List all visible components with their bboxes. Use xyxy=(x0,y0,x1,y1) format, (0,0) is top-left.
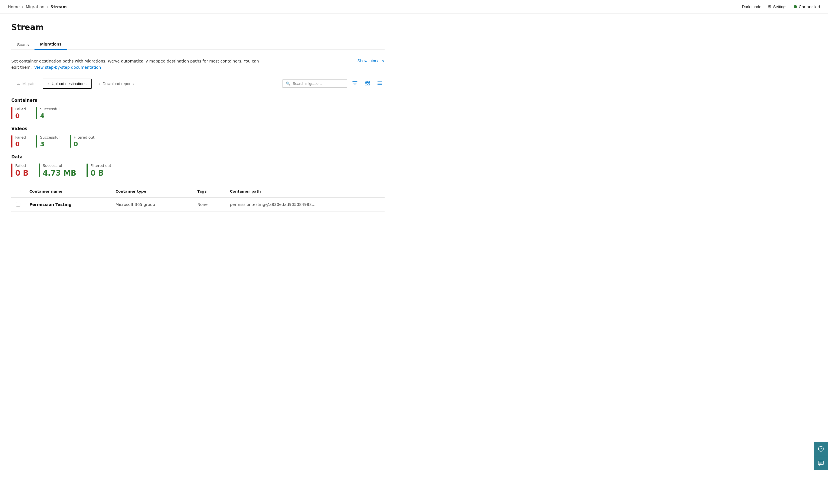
data-failed-content: Failed 0 B xyxy=(15,164,29,177)
videos-failed-content: Failed 0 xyxy=(15,135,26,148)
tab-migrations[interactable]: Migrations xyxy=(35,39,67,50)
settings-label: Settings xyxy=(773,4,788,9)
breadcrumb-current: Stream xyxy=(51,4,67,9)
data-successful-value: 4.73 MB xyxy=(43,169,76,177)
search-icon: 🔍 xyxy=(286,81,290,86)
videos-filtered-content: Filtered out 0 xyxy=(74,135,95,148)
migrate-button[interactable]: ☁ Migrate xyxy=(11,79,40,89)
data-stats-group: Data Failed 0 B Successful 4.73 MB xyxy=(11,155,384,177)
svg-rect-0 xyxy=(365,81,367,83)
row-select-cell xyxy=(11,198,25,212)
videos-failed-stat: Failed 0 xyxy=(11,135,26,148)
data-failed-value: 0 B xyxy=(15,169,29,177)
data-filtered-bar-icon xyxy=(87,164,88,177)
svg-rect-1 xyxy=(367,81,370,83)
container-path-header: Container path xyxy=(225,185,384,198)
data-successful-bar-icon xyxy=(39,164,40,177)
container-name-cell: Permission Testing xyxy=(25,198,111,212)
connected-dot-icon xyxy=(794,5,797,8)
videos-title: Videos xyxy=(11,126,384,131)
migrations-table: Container name Container type Tags Conta… xyxy=(11,185,384,212)
videos-filtered-bar-icon xyxy=(70,135,71,148)
settings-button[interactable]: ⚙ Settings xyxy=(768,4,788,9)
breadcrumb-migration[interactable]: Migration xyxy=(26,4,44,9)
show-tutorial-button[interactable]: Show tutorial ∨ xyxy=(358,58,384,63)
select-all-header xyxy=(11,185,25,198)
upload-destinations-button[interactable]: ↑ Upload destinations xyxy=(43,79,92,89)
successful-bar-icon xyxy=(36,107,37,119)
data-stats-row: Failed 0 B Successful 4.73 MB Filtered o… xyxy=(11,164,384,177)
show-tutorial-label: Show tutorial xyxy=(358,58,380,63)
svg-rect-2 xyxy=(365,84,367,85)
containers-stats-row: Failed 0 Successful 4 xyxy=(11,107,384,119)
containers-failed-stat: Failed 0 xyxy=(11,107,26,119)
containers-successful-content: Successful 4 xyxy=(40,107,60,119)
videos-successful-content: Successful 3 xyxy=(40,135,60,148)
data-successful-content: Successful 4.73 MB xyxy=(43,164,76,177)
videos-successful-bar-icon xyxy=(36,135,37,148)
data-filtered-value: 0 B xyxy=(90,169,112,177)
data-failed-label: Failed xyxy=(15,164,29,168)
videos-filtered-label: Filtered out xyxy=(74,135,95,139)
tabs-container: Scans Migrations xyxy=(11,39,384,50)
columns-button[interactable] xyxy=(375,79,384,88)
videos-failed-label: Failed xyxy=(15,135,26,139)
breadcrumb-sep-1: › xyxy=(22,4,24,9)
toolbar-right: 🔍 xyxy=(282,79,384,88)
connected-label: Connected xyxy=(799,4,820,9)
connected-badge: Connected xyxy=(794,4,820,9)
container-type-header: Container type xyxy=(111,185,193,198)
description-text: Set container destination paths with Mig… xyxy=(11,58,266,71)
view-documentation-link[interactable]: View step-by-step documentation xyxy=(34,65,101,70)
upload-icon: ↑ xyxy=(48,81,50,86)
table-row: Permission Testing Microsoft 365 group N… xyxy=(11,198,384,212)
migrate-label: Migrate xyxy=(22,81,36,86)
breadcrumb-home[interactable]: Home xyxy=(8,4,19,9)
containers-failed-content: Failed 0 xyxy=(15,107,26,119)
container-name-header: Container name xyxy=(25,185,111,198)
containers-successful-value: 4 xyxy=(40,112,60,119)
videos-successful-stat: Successful 3 xyxy=(36,135,60,148)
main-content: Stream Scans Migrations Set container de… xyxy=(0,13,396,221)
containers-failed-value: 0 xyxy=(15,112,26,119)
tab-scans[interactable]: Scans xyxy=(11,39,35,50)
containers-failed-label: Failed xyxy=(15,107,26,111)
upload-label: Upload destinations xyxy=(52,81,87,86)
download-reports-button[interactable]: ↓ Download reports xyxy=(94,79,138,88)
containers-stats-group: Containers Failed 0 Successful 4 xyxy=(11,98,384,119)
filter-button[interactable] xyxy=(350,79,360,88)
search-box: 🔍 xyxy=(282,80,347,88)
videos-filtered-stat: Filtered out 0 xyxy=(70,135,95,148)
containers-title: Containers xyxy=(11,98,384,103)
failed-bar-icon xyxy=(11,107,12,119)
container-type-cell: Microsoft 365 group xyxy=(111,198,193,212)
table-header: Container name Container type Tags Conta… xyxy=(11,185,384,198)
videos-stats-group: Videos Failed 0 Successful 3 xyxy=(11,126,384,148)
table-body: Permission Testing Microsoft 365 group N… xyxy=(11,198,384,212)
search-input[interactable] xyxy=(293,81,343,86)
videos-stats-row: Failed 0 Successful 3 Filtered out 0 xyxy=(11,135,384,148)
data-filtered-stat: Filtered out 0 B xyxy=(87,164,112,177)
breadcrumb-sep-2: › xyxy=(47,4,48,9)
container-path-cell: permissiontesting@a830edad905084988... xyxy=(225,198,384,212)
breadcrumb: Home › Migration › Stream xyxy=(8,4,67,9)
row-checkbox[interactable] xyxy=(16,202,20,206)
data-successful-stat: Successful 4.73 MB xyxy=(39,164,76,177)
tags-cell: None xyxy=(193,198,225,212)
svg-rect-3 xyxy=(368,84,370,85)
select-all-checkbox[interactable] xyxy=(16,188,20,193)
tags-header: Tags xyxy=(193,185,225,198)
download-icon: ↓ xyxy=(99,81,101,86)
columns-icon xyxy=(377,81,382,86)
download-label: Download reports xyxy=(102,81,134,86)
data-filtered-label: Filtered out xyxy=(90,164,112,168)
gear-icon: ⚙ xyxy=(768,4,772,9)
data-successful-label: Successful xyxy=(43,164,76,168)
group-button[interactable] xyxy=(363,79,372,88)
group-icon xyxy=(365,81,370,86)
videos-successful-value: 3 xyxy=(40,140,60,148)
topbar: Home › Migration › Stream Dark mode ⚙ Se… xyxy=(0,0,828,13)
more-options-button[interactable]: ··· xyxy=(140,79,154,88)
stats-section: Containers Failed 0 Successful 4 xyxy=(11,98,384,177)
dark-mode-button[interactable]: Dark mode xyxy=(742,4,761,9)
